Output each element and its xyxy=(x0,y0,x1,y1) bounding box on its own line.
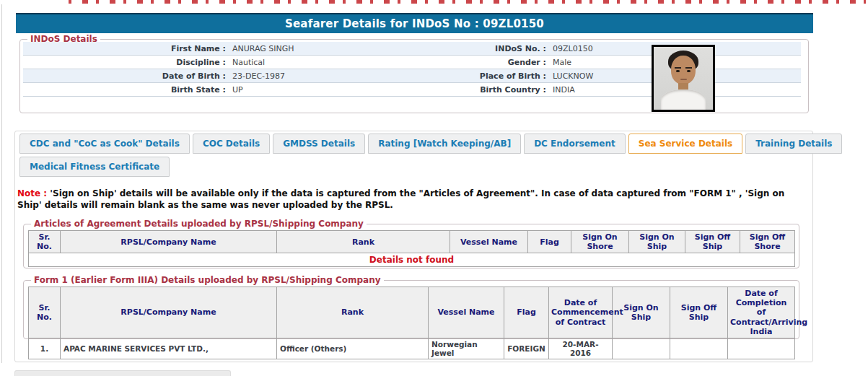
photo-eyebrow xyxy=(685,67,692,69)
column-header-company: RPSL/Company Name xyxy=(61,231,277,253)
field-label-place-of-birth: Place of Birth : xyxy=(470,71,551,81)
field-label-indos-no: INDoS No. : xyxy=(470,44,551,53)
tab-strip-row-1: CDC and "CoC as Cook" Details COC Detail… xyxy=(19,134,842,154)
photo-face xyxy=(671,56,696,84)
column-header-sign-on-ship: Sign On Ship xyxy=(629,231,685,253)
tab-rating-watch-keeping-ab[interactable]: Rating [Watch Keeping/AB] xyxy=(368,134,521,154)
note-text: 'Sign on Ship' details will be available… xyxy=(17,188,784,210)
page-title: Seafarer Details for INDoS No : 09ZL0150 xyxy=(16,13,813,33)
form1-details-table: Sr. No. RPSL/Company Name Rank Vessel Na… xyxy=(28,287,795,359)
table-header-row: Sr. No. RPSL/Company Name Rank Vessel Na… xyxy=(29,231,795,253)
field-label-gender: Gender : xyxy=(470,58,551,67)
column-header-rank: Rank xyxy=(277,231,450,253)
column-header-sr-no: Sr. No. xyxy=(29,287,61,338)
photo-eyebrow xyxy=(675,67,681,69)
column-header-date-completion: Date of Completion of Contract/Arriving … xyxy=(728,287,795,338)
tab-coc-details[interactable]: COC Details xyxy=(193,134,270,154)
cell-sign-on-ship xyxy=(613,338,670,359)
field-value-first-name: ANURAG SINGH xyxy=(231,44,470,53)
cell-date-completion xyxy=(728,338,795,359)
table-empty-row: Details not found xyxy=(29,253,795,267)
details-not-found-message: Details not found xyxy=(29,253,795,267)
tab-gmdss-details[interactable]: GMDSS Details xyxy=(273,134,365,154)
column-header-date-commencement: Date of Commencement of Contract xyxy=(549,287,613,338)
form1-details-legend: Form 1 (Earlier Form IIIA) Details uploa… xyxy=(31,275,384,285)
photo-eye xyxy=(676,70,680,72)
photo-mouth xyxy=(680,79,687,80)
tab-training-details[interactable]: Training Details xyxy=(745,134,842,154)
cell-rank: Officer (Others) xyxy=(277,338,429,359)
column-header-sr-no: Sr. No. xyxy=(29,231,61,253)
page-left-border xyxy=(1,4,2,363)
articles-of-agreement-legend: Articles of Agreement Details uploaded b… xyxy=(31,219,367,229)
column-header-company: RPSL/Company Name xyxy=(61,287,277,338)
column-header-flag: Flag xyxy=(504,287,549,338)
field-label-date-of-birth: Date of Birth : xyxy=(23,71,231,81)
clipped-menu-strip xyxy=(69,0,866,4)
cell-sr-no: 1. xyxy=(29,338,61,359)
column-header-vessel: Vessel Name xyxy=(429,287,504,338)
column-header-rank: Rank xyxy=(277,287,429,338)
field-label-first-name: First Name : xyxy=(23,44,231,53)
column-header-sign-off-shore: Sign Off Shore xyxy=(740,231,795,253)
column-header-sign-on-shore: Sign On Shore xyxy=(571,231,629,253)
form1-details-fieldset: Form 1 (Earlier Form IIIA) Details uploa… xyxy=(23,280,799,339)
field-value-date-of-birth: 23-DEC-1987 xyxy=(231,71,470,81)
tab-cdc-coc-as-cook-details[interactable]: CDC and "CoC as Cook" Details xyxy=(19,134,190,154)
sign-on-ship-note: Note : 'Sign on Ship' details will be av… xyxy=(17,188,800,211)
table-row: 1. APAC MARINE SERVICES PVT LTD., Office… xyxy=(29,338,795,359)
column-header-sign-off-ship: Sign Off Ship xyxy=(670,287,728,338)
clipped-footer-strip xyxy=(14,370,231,376)
articles-of-agreement-table: Sr. No. RPSL/Company Name Rank Vessel Na… xyxy=(28,230,795,267)
column-header-vessel: Vessel Name xyxy=(450,231,528,253)
seafarer-photo xyxy=(652,45,715,112)
cell-company: APAC MARINE SERVICES PVT LTD., xyxy=(61,338,277,359)
tab-sea-service-details[interactable]: Sea Service Details xyxy=(628,134,742,154)
tab-medical-fitness-certificate[interactable]: Medical Fitness Certificate xyxy=(19,157,170,177)
field-label-birth-country: Birth Country : xyxy=(470,85,551,95)
field-value-discipline: Nautical xyxy=(231,58,470,67)
column-header-sign-off-ship: Sign Off Ship xyxy=(685,231,740,253)
cell-vessel: Norwegian Jewel xyxy=(429,338,504,359)
cell-date-commencement: 20-MAR-2016 xyxy=(549,338,613,359)
tab-strip-row-2: Medical Fitness Certificate xyxy=(19,157,170,177)
photo-eye xyxy=(687,70,691,72)
cell-sign-off-ship xyxy=(670,338,728,359)
field-label-birth-state: Birth State : xyxy=(23,85,231,95)
field-value-birth-state: UP xyxy=(231,85,470,95)
column-header-flag: Flag xyxy=(528,231,571,253)
note-prefix: Note : xyxy=(17,188,47,198)
photo-shirt xyxy=(661,89,706,111)
cell-flag: FOREIGN xyxy=(504,338,549,359)
table-header-row: Sr. No. RPSL/Company Name Rank Vessel Na… xyxy=(29,287,795,338)
field-label-discipline: Discipline : xyxy=(23,58,231,67)
articles-of-agreement-fieldset: Articles of Agreement Details uploaded b… xyxy=(23,224,799,268)
tab-dc-endorsement[interactable]: DC Endorsement xyxy=(524,134,626,154)
